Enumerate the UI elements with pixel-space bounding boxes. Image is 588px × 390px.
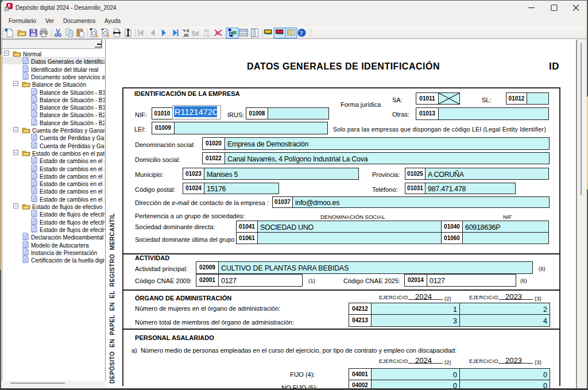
svg-text:.00: .00: [183, 33, 189, 37]
svg-text:+.0: +.0: [184, 29, 189, 33]
svg-text:?: ?: [300, 29, 303, 36]
svg-text:+.0: +.0: [203, 33, 209, 37]
svg-text:.00: .00: [203, 29, 209, 33]
svg-text:5d: 5d: [192, 30, 199, 37]
